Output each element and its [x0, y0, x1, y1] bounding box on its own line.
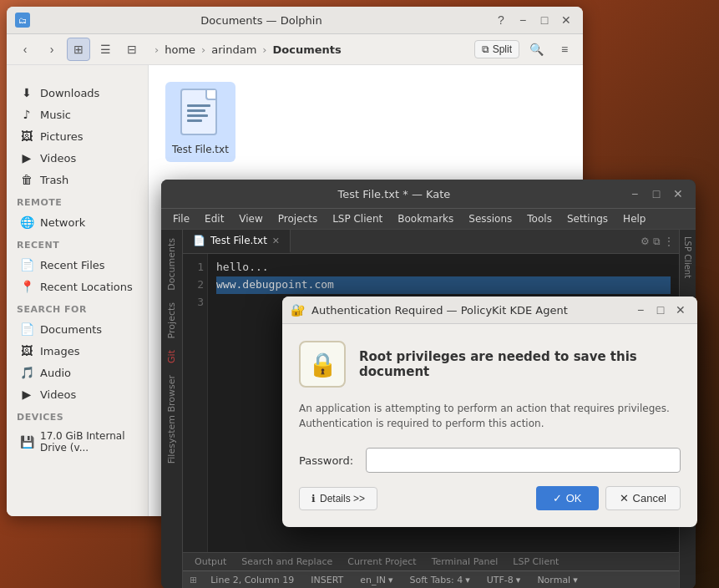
auth-minimize-btn[interactable]: −: [632, 302, 649, 318]
kate-side-tab-projects[interactable]: Projects: [165, 297, 179, 343]
kate-bottom-tab-lsp[interactable]: LSP Client: [506, 555, 565, 569]
kate-bottom-tab-terminal[interactable]: Terminal Panel: [425, 555, 505, 569]
kate-bottom-tab-project[interactable]: Current Project: [341, 555, 423, 569]
back-btn[interactable]: ‹: [13, 38, 37, 61]
dolphin-maximize-btn[interactable]: □: [536, 12, 553, 28]
sidebar-item-search-images[interactable]: 🖼 Images: [10, 340, 144, 362]
kate-bottom-tab-search[interactable]: Search and Replace: [235, 555, 339, 569]
auth-cancel-btn[interactable]: ✕ Cancel: [605, 486, 681, 510]
statusbar-encoding[interactable]: UTF-8 ▾: [484, 574, 524, 586]
sidebar-item-trash[interactable]: 🗑 Trash: [10, 169, 144, 190]
breadcrumb-user[interactable]: arindam: [208, 42, 260, 58]
file-icon-lines: [182, 98, 215, 127]
kate-menu-view[interactable]: View: [232, 210, 269, 227]
editor-more-btn[interactable]: ⋮: [664, 236, 674, 247]
breadcrumb-home[interactable]: home: [161, 42, 199, 58]
kate-menu-file[interactable]: File: [166, 210, 196, 227]
kate-left-sidebar: Documents Projects Git Filesystem Browse…: [161, 230, 183, 588]
dolphin-minimize-btn[interactable]: −: [514, 12, 531, 28]
auth-password-row: Password:: [299, 448, 681, 473]
file-line-3: [187, 114, 208, 117]
kate-maximize-btn[interactable]: □: [647, 185, 666, 203]
breadcrumb-documents[interactable]: Documents: [270, 42, 345, 58]
file-icon-corner: [205, 90, 215, 100]
sidebar-item-music[interactable]: ♪ Music: [10, 104, 144, 125]
kate-tab-bar: 📄 Test File.txt ✕ ⚙ ⧉ ⋮: [183, 230, 679, 254]
kate-menu-tools[interactable]: Tools: [520, 210, 559, 227]
view-icons-btn[interactable]: ⊞: [67, 38, 90, 61]
kate-menu-sessions[interactable]: Sessions: [462, 210, 519, 227]
statusbar-encoding-label: UTF-8: [487, 575, 514, 585]
details-label: Details >>: [320, 493, 365, 504]
kate-title-bar: Test File.txt * — Kate − □ ✕: [161, 180, 696, 209]
auth-password-input[interactable]: [366, 448, 681, 473]
statusbar-indent-arrow: ▾: [465, 575, 470, 585]
auth-maximize-btn[interactable]: □: [652, 302, 669, 318]
code-line-1: hello...: [216, 261, 269, 273]
auth-details-btn[interactable]: ℹ Details >>: [299, 487, 377, 510]
sidebar-item-search-docs[interactable]: 📄 Documents: [10, 318, 144, 340]
sidebar-item-downloads[interactable]: ⬇ Downloads: [10, 82, 144, 104]
statusbar-position[interactable]: Line 2, Column 19: [207, 574, 297, 586]
kate-menu-settings[interactable]: Settings: [560, 210, 615, 227]
editor-settings-btn[interactable]: ⚙: [641, 236, 650, 247]
statusbar-indent[interactable]: Soft Tabs: 4 ▾: [406, 574, 473, 586]
forward-btn[interactable]: ›: [40, 38, 63, 61]
sidebar-item-videos[interactable]: ▶ Videos: [10, 147, 144, 169]
kate-tab-icon: 📄: [193, 235, 205, 246]
sidebar: ⬇ Downloads ♪ Music 🖼 Pictures ▶ Videos …: [7, 65, 149, 516]
kate-side-tab-filesystem[interactable]: Filesystem Browser: [165, 370, 179, 469]
search-btn[interactable]: 🔍: [524, 38, 548, 61]
statusbar-encoding-arrow: ▾: [516, 575, 521, 585]
kate-right-tab-lsp[interactable]: LSP Client: [682, 233, 693, 281]
dolphin-close-btn[interactable]: ✕: [558, 12, 575, 28]
menu-btn[interactable]: ≡: [553, 38, 576, 61]
kate-title: Test File.txt * — Kate: [170, 188, 619, 200]
view-compact-btn[interactable]: ⊟: [120, 38, 144, 61]
line-number-2: 2: [186, 276, 204, 294]
dolphin-title-bar: 🗂 Documents — Dolphin ? − □ ✕: [7, 7, 583, 34]
auth-close-btn[interactable]: ✕: [672, 302, 689, 318]
sidebar-search-videos-label: Videos: [40, 388, 76, 401]
kate-bottom-tab-output[interactable]: Output: [188, 555, 233, 569]
statusbar-language[interactable]: en_IN ▾: [357, 574, 396, 586]
editor-split-btn[interactable]: ⧉: [653, 236, 661, 247]
file-line-4: [187, 119, 202, 122]
file-icon-body: [180, 89, 217, 135]
kate-side-tab-documents[interactable]: Documents: [165, 233, 179, 296]
kate-tab-close-btn[interactable]: ✕: [272, 236, 280, 246]
videos-icon: ▶: [20, 151, 33, 165]
sidebar-item-search-videos[interactable]: ▶ Videos: [10, 383, 144, 405]
sidebar-item-recent-files[interactable]: 📄 Recent Files: [10, 254, 144, 276]
dolphin-title: Documents — Dolphin: [37, 14, 486, 27]
sidebar-item-network[interactable]: 🌐 Network: [10, 211, 144, 233]
kate-menubar: File Edit View Projects LSP Client Bookm…: [161, 209, 696, 230]
kate-tab-testfile[interactable]: 📄 Test File.txt ✕: [183, 230, 291, 253]
view-details-btn[interactable]: ☰: [94, 38, 117, 61]
kate-close-btn[interactable]: ✕: [669, 185, 687, 203]
sidebar-item-recent-locations[interactable]: 📍 Recent Locations: [10, 276, 144, 297]
kate-menu-lsp[interactable]: LSP Client: [326, 210, 389, 227]
dolphin-help-btn[interactable]: ?: [493, 12, 509, 28]
kate-menu-help[interactable]: Help: [616, 210, 652, 227]
kate-menu-edit[interactable]: Edit: [198, 210, 230, 227]
sidebar-videos-label: Videos: [40, 152, 76, 165]
file-name: Test File.txt: [172, 144, 229, 155]
sidebar-item-internal-drive[interactable]: 💾 17.0 GiB Internal Drive (v...: [10, 426, 144, 458]
sidebar-item-search-audio[interactable]: 🎵 Audio: [10, 362, 144, 383]
kate-menu-bookmarks[interactable]: Bookmarks: [391, 210, 460, 227]
file-item[interactable]: Test File.txt: [165, 82, 235, 162]
kate-line-numbers: 1 2 3: [183, 254, 208, 552]
split-btn[interactable]: ⧉ Split: [474, 40, 519, 58]
sidebar-item-pictures[interactable]: 🖼 Pictures: [10, 125, 144, 147]
dolphin-toolbar: ‹ › ⊞ ☰ ⊟ › home › arindam › Documents ⧉…: [7, 34, 583, 65]
file-icon: [180, 89, 220, 139]
kate-menu-projects[interactable]: Projects: [271, 210, 324, 227]
dolphin-app-icon: 🗂: [15, 13, 30, 28]
remote-section-label: Remote: [7, 190, 148, 211]
kate-side-tab-git[interactable]: Git: [165, 345, 179, 368]
auth-ok-btn[interactable]: ✓ OK: [536, 486, 599, 510]
kate-minimize-btn[interactable]: −: [625, 185, 644, 203]
statusbar-eol[interactable]: Normal ▾: [534, 574, 580, 586]
statusbar-mode[interactable]: INSERT: [307, 574, 347, 586]
